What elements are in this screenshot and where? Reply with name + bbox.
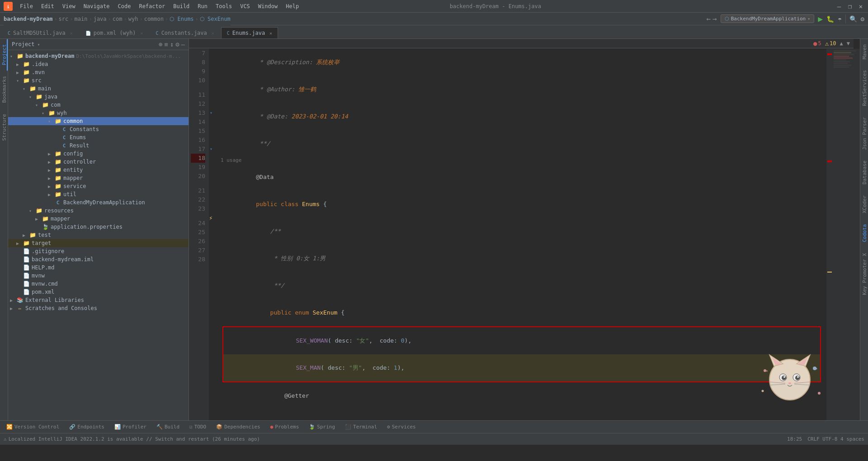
- tree-item-wyh[interactable]: ▾ 📁 wyh: [8, 109, 189, 117]
- minimize-button[interactable]: —: [835, 3, 843, 10]
- fold-arrow-12[interactable]: ▾: [210, 110, 212, 115]
- right-tab-jsonparser[interactable]: Json Parser: [860, 112, 868, 155]
- maximize-button[interactable]: ❐: [846, 3, 854, 10]
- fold-arrow-16[interactable]: ▾: [210, 146, 212, 151]
- bottom-tab-spring[interactable]: 🍃 Spring: [304, 422, 340, 432]
- run-button[interactable]: ▶: [818, 14, 823, 24]
- tree-item-pomxml[interactable]: 📄 pom.xml: [8, 288, 189, 296]
- tree-item-main[interactable]: ▾ 📁 main: [8, 85, 189, 93]
- right-tab-xcoder[interactable]: XCoder: [860, 190, 868, 219]
- close-icon[interactable]: ✕: [269, 31, 272, 36]
- menu-run[interactable]: Run: [194, 2, 211, 10]
- tab-saltmd5[interactable]: C SaltMD5Util.java ✕: [2, 27, 79, 38]
- tree-item-test[interactable]: ▶ 📁 test: [8, 231, 189, 239]
- bc-sexenum[interactable]: ⬡ SexEnum: [200, 16, 231, 22]
- tree-item-root[interactable]: ▾ 📁 backend-myDream D:\Tools\JavaWorkSpa…: [8, 52, 189, 60]
- menu-file[interactable]: File: [16, 2, 37, 10]
- tree-item-src[interactable]: ▾ 📁 src: [8, 76, 189, 85]
- left-tab-bookmarks[interactable]: Bookmarks: [0, 71, 8, 108]
- close-icon[interactable]: ✕: [212, 31, 214, 36]
- tab-pomxml[interactable]: 📄 pom.xml (wyh) ✕: [80, 27, 149, 38]
- tree-item-config[interactable]: ▶ 📁 config: [8, 150, 189, 158]
- menu-navigate[interactable]: Navigate: [80, 2, 113, 10]
- bc-enums[interactable]: ⬡ Enums: [170, 16, 193, 22]
- tree-item-helpmd[interactable]: 📄 HELP.md: [8, 263, 189, 272]
- tree-item-common[interactable]: ▾ 📁 common: [8, 117, 189, 125]
- tree-item-resources[interactable]: ▾ 📁 resources: [8, 207, 189, 215]
- right-tab-codota[interactable]: Codota: [860, 219, 868, 248]
- status-message[interactable]: Localized IntelliJ IDEA 2022.1.2 is avai…: [9, 436, 785, 442]
- left-tab-project[interactable]: Project: [0, 39, 8, 71]
- menu-tools[interactable]: Tools: [212, 2, 236, 10]
- close-button[interactable]: ✕: [857, 3, 864, 10]
- settings-icon[interactable]: ⚙: [175, 41, 179, 48]
- menu-vcs[interactable]: VCS: [236, 2, 254, 10]
- tree-item-idea[interactable]: ▶ 📁 .idea: [8, 60, 189, 68]
- sidebar-dropdown[interactable]: ▾: [38, 42, 40, 47]
- tab-enums[interactable]: C Enums.java ✕: [221, 27, 278, 38]
- menu-help[interactable]: Help: [282, 2, 302, 10]
- coverage-button[interactable]: ☂: [838, 15, 841, 23]
- tree-item-target[interactable]: ▶ 📁 target: [8, 239, 189, 247]
- bc-java[interactable]: java: [94, 16, 107, 22]
- collapse-all-button[interactable]: ≡: [164, 41, 168, 48]
- bottom-tab-dependencies[interactable]: 📦 Dependencies: [212, 422, 264, 432]
- code-editor[interactable]: ● 5 ⚠ 10 ▲ ▼ 7 8 9 10 11 12 13 14: [189, 39, 860, 420]
- right-tab-keypromoter[interactable]: Key Promoter X: [860, 248, 868, 301]
- bc-src[interactable]: src: [59, 16, 69, 22]
- hide-panel-button[interactable]: —: [181, 41, 185, 48]
- bc-wyh[interactable]: wyh: [128, 16, 138, 22]
- menu-build[interactable]: Build: [170, 2, 193, 10]
- menu-window[interactable]: Window: [255, 2, 281, 10]
- bottom-tab-versioncontrol[interactable]: 🔀 Version Control: [2, 422, 64, 432]
- tree-item-extlibs[interactable]: ▶ 📚 External Libraries: [8, 296, 189, 304]
- tree-item-util[interactable]: ▶ 📁 util: [8, 190, 189, 198]
- tree-item-scratches[interactable]: ▶ ✏️ Scratches and Consoles: [8, 304, 189, 312]
- tree-item-iml[interactable]: 📄 backend-mydream.iml: [8, 255, 189, 263]
- locate-button[interactable]: ⊕: [159, 41, 162, 48]
- tree-item-mvnw[interactable]: 📄 mvnw: [8, 272, 189, 280]
- tab-constants[interactable]: C Constants.java ✕: [150, 27, 220, 38]
- menu-view[interactable]: View: [59, 2, 79, 10]
- debug-button[interactable]: 🐛: [826, 15, 834, 23]
- tree-item-constants[interactable]: C Constants: [8, 125, 189, 133]
- run-config-selector[interactable]: ⬡ BackendMyDreamApplication ▾: [721, 14, 815, 23]
- tree-item-entity[interactable]: ▶ 📁 entity: [8, 166, 189, 174]
- bottom-tab-terminal[interactable]: ⬛ Terminal: [340, 422, 382, 432]
- bc-com[interactable]: com: [113, 16, 123, 22]
- menu-code[interactable]: Code: [114, 2, 135, 10]
- scroll-up-button[interactable]: ▲: [840, 40, 843, 47]
- bc-main[interactable]: main: [75, 16, 88, 22]
- search-everywhere-button[interactable]: 🔍: [849, 15, 857, 23]
- tree-item-enums[interactable]: C Enums: [8, 133, 189, 141]
- right-tab-restservices[interactable]: RestServices: [860, 65, 868, 111]
- tree-item-java[interactable]: ▾ 📁 java: [8, 93, 189, 101]
- bc-common[interactable]: common: [144, 16, 164, 22]
- bottom-tab-endpoints[interactable]: 🔗 Endpoints: [65, 422, 109, 432]
- tree-item-controller[interactable]: ▶ 📁 controller: [8, 158, 189, 166]
- code-content[interactable]: * @Description: 系统枚举 * @Author: 雏一鹤 * @D…: [215, 49, 826, 420]
- tree-item-mapper[interactable]: ▶ 📁 mapper: [8, 174, 189, 182]
- right-tab-database[interactable]: Database: [860, 155, 868, 190]
- left-tab-structure[interactable]: Structure: [0, 108, 8, 146]
- tree-item-service[interactable]: ▶ 📁 service: [8, 182, 189, 190]
- tree-item-app[interactable]: C BackendMyDreamApplication: [8, 198, 189, 207]
- scroll-down-button[interactable]: ▼: [847, 40, 850, 47]
- tree-item-mvnwcmd[interactable]: 📄 mvnw.cmd: [8, 280, 189, 288]
- tree-item-gitignore[interactable]: 📄 .gitignore: [8, 247, 189, 255]
- right-tab-maven[interactable]: Maven: [860, 39, 868, 65]
- bottom-tab-profiler[interactable]: 📊 Profiler: [110, 422, 151, 432]
- bottom-tab-services[interactable]: ⚙ Services: [382, 422, 420, 432]
- close-icon[interactable]: ✕: [141, 31, 143, 36]
- bottom-tab-problems[interactable]: ● Problems: [266, 422, 304, 432]
- back-button[interactable]: ←: [706, 14, 711, 23]
- tree-item-result[interactable]: C Result: [8, 141, 189, 150]
- breadcrumb-root[interactable]: backend-myDream: [4, 16, 52, 22]
- forward-button[interactable]: →: [712, 14, 717, 23]
- bottom-tab-todo[interactable]: ☑ TODO: [185, 422, 211, 432]
- tree-item-mapper-res[interactable]: ▶ 📁 mapper: [8, 215, 189, 223]
- bottom-tab-build[interactable]: 🔨 Build: [152, 422, 184, 432]
- menu-refactor[interactable]: Refactor: [135, 2, 169, 10]
- tree-item-appprops[interactable]: 🍃 application.properties: [8, 223, 189, 231]
- tree-item-com[interactable]: ▾ 📁 com: [8, 101, 189, 109]
